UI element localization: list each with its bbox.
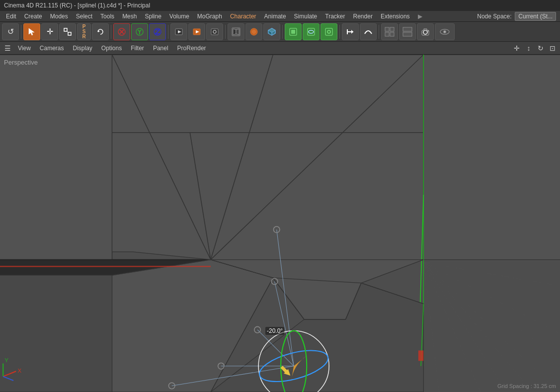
title-text: Cinema 4D R21.115 (RC) - [splinel (1).c4… bbox=[4, 2, 150, 9]
fill-select-button[interactable] bbox=[320, 23, 337, 40]
play-icon bbox=[192, 27, 201, 36]
psr-button[interactable]: PSR bbox=[77, 23, 91, 40]
play-button[interactable] bbox=[188, 23, 205, 40]
menu-animate[interactable]: Animate bbox=[260, 12, 290, 21]
display-menu[interactable]: Display bbox=[69, 44, 96, 53]
menu-mograph[interactable]: MoGraph bbox=[193, 12, 226, 21]
tb-sep-7 bbox=[379, 25, 379, 39]
arrow-icon bbox=[345, 27, 355, 37]
svg-marker-62 bbox=[0, 55, 112, 273]
zoom-viewport-icon[interactable]: ↕ bbox=[523, 43, 534, 54]
move-viewport-icon[interactable]: ✛ bbox=[511, 43, 522, 54]
menu-mesh[interactable]: Mesh bbox=[118, 12, 141, 21]
svg-marker-36 bbox=[351, 30, 353, 34]
record-button[interactable] bbox=[170, 23, 187, 40]
eye-icon bbox=[438, 27, 452, 37]
eye-button[interactable] bbox=[435, 23, 455, 40]
svg-point-34 bbox=[328, 31, 330, 33]
scale-icon bbox=[63, 27, 72, 36]
menu-modes[interactable]: Modes bbox=[46, 12, 72, 21]
svg-point-47 bbox=[428, 30, 429, 31]
svg-rect-41 bbox=[390, 32, 394, 36]
loop-select-icon bbox=[306, 27, 316, 37]
svg-marker-75 bbox=[0, 275, 112, 392]
settings-button[interactable] bbox=[206, 23, 223, 40]
settings-icon bbox=[210, 27, 219, 36]
svg-rect-29 bbox=[291, 30, 295, 34]
quad-view-button[interactable] bbox=[381, 23, 398, 40]
svg-rect-40 bbox=[385, 32, 389, 36]
options-menu[interactable]: Options bbox=[97, 44, 126, 53]
undo-button[interactable]: ↺ bbox=[2, 23, 19, 40]
split-h-button[interactable] bbox=[399, 23, 416, 40]
svg-marker-89 bbox=[418, 350, 423, 361]
svg-text:Y: Y bbox=[4, 357, 8, 363]
smooth-button[interactable] bbox=[360, 23, 377, 40]
svg-line-11 bbox=[140, 30, 141, 32]
view-menu[interactable]: View bbox=[14, 44, 35, 53]
prorender-menu[interactable]: ProRender bbox=[173, 44, 210, 53]
svg-marker-0 bbox=[29, 28, 34, 35]
menu-spline[interactable]: Spline bbox=[141, 12, 165, 21]
fill-select-icon bbox=[324, 27, 334, 37]
x-icon bbox=[117, 27, 126, 36]
svg-rect-38 bbox=[385, 27, 389, 31]
cameras-menu[interactable]: Cameras bbox=[36, 44, 68, 53]
arrow-button[interactable] bbox=[342, 23, 359, 40]
cube-icon bbox=[267, 27, 277, 37]
tb-sep-5 bbox=[282, 25, 283, 39]
cube-button[interactable] bbox=[263, 23, 280, 40]
menu-create[interactable]: Create bbox=[20, 12, 46, 21]
svg-marker-21 bbox=[233, 29, 236, 35]
svg-point-44 bbox=[423, 30, 427, 34]
rotate-viewport-icon[interactable]: ↻ bbox=[535, 43, 546, 54]
loop-select-button[interactable] bbox=[303, 23, 320, 40]
smooth-icon bbox=[363, 27, 373, 37]
z-icon bbox=[153, 27, 162, 36]
tb-sep-6 bbox=[339, 25, 340, 39]
viewport[interactable]: X Y Perspective -20.0° Grid Spacing : 31… bbox=[0, 55, 560, 392]
tb-sep-2 bbox=[111, 25, 111, 39]
select-all-button[interactable] bbox=[285, 23, 302, 40]
perspective-view-button[interactable] bbox=[228, 23, 244, 40]
svg-rect-2 bbox=[64, 28, 67, 31]
scale-tool-button[interactable] bbox=[59, 23, 76, 40]
move-tool-button[interactable]: ✛ bbox=[41, 23, 58, 40]
svg-text:X: X bbox=[17, 368, 21, 374]
y-axis-button[interactable] bbox=[131, 23, 148, 40]
menu-tools[interactable]: Tools bbox=[96, 12, 118, 21]
frame-icon[interactable]: ⊡ bbox=[547, 43, 558, 54]
camera-icon bbox=[420, 27, 430, 37]
svg-rect-42 bbox=[403, 27, 412, 31]
svg-rect-3 bbox=[68, 32, 71, 35]
menu-tracker[interactable]: Tracker bbox=[321, 12, 349, 21]
panel-menu[interactable]: Panel bbox=[149, 44, 172, 53]
hamburger-icon[interactable]: ☰ bbox=[2, 43, 13, 54]
z-axis-button[interactable] bbox=[149, 23, 166, 40]
secondary-toolbar: ☰ View Cameras Display Options Filter Pa… bbox=[0, 42, 560, 55]
camera-button[interactable] bbox=[417, 23, 434, 40]
svg-line-4 bbox=[67, 31, 68, 32]
menu-simulate[interactable]: Simulate bbox=[290, 12, 321, 21]
cursor-icon bbox=[27, 27, 36, 36]
x-axis-button[interactable] bbox=[113, 23, 130, 40]
tb-sep-4 bbox=[225, 25, 226, 39]
svg-marker-22 bbox=[236, 29, 239, 35]
menu-character[interactable]: Character bbox=[226, 12, 260, 21]
menu-volume[interactable]: Volume bbox=[165, 12, 193, 21]
menu-select[interactable]: Select bbox=[72, 12, 96, 21]
node-space-label: Node Space: Current (St... bbox=[477, 13, 558, 20]
reset-button[interactable] bbox=[92, 23, 109, 40]
svg-rect-39 bbox=[390, 27, 394, 31]
paint-button[interactable] bbox=[245, 23, 262, 40]
svg-marker-5 bbox=[98, 30, 100, 32]
select-tool-button[interactable] bbox=[23, 23, 40, 40]
filter-menu[interactable]: Filter bbox=[127, 44, 148, 53]
split-h-icon bbox=[402, 26, 413, 37]
menu-render[interactable]: Render bbox=[349, 12, 377, 21]
svg-rect-18 bbox=[211, 29, 218, 35]
menubar: Edit Create Modes Select Tools Mesh Spli… bbox=[0, 11, 560, 22]
titlebar: Cinema 4D R21.115 (RC) - [splinel (1).c4… bbox=[0, 0, 560, 11]
menu-edit[interactable]: Edit bbox=[2, 12, 20, 21]
menu-extensions[interactable]: Extensions bbox=[377, 12, 414, 21]
